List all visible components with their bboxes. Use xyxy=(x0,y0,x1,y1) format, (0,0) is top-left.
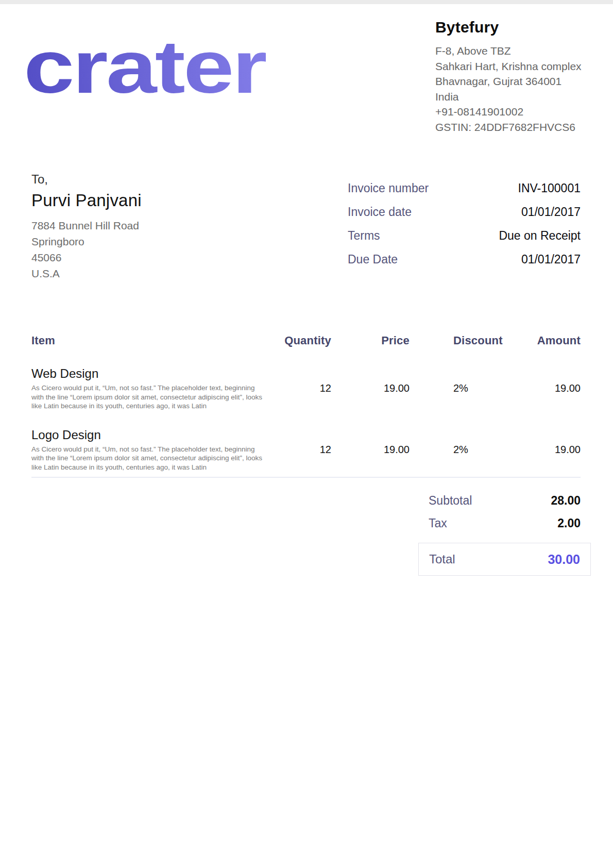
header-quantity: Quantity xyxy=(268,334,331,352)
company-gstin: GSTIN: 24DDF7682FHVCS6 xyxy=(435,120,605,135)
customer-address-line: 45066 xyxy=(31,249,142,265)
grand-total-box: Total 30.00 xyxy=(418,543,591,576)
item-price: 19.00 xyxy=(331,366,410,411)
item-quantity: 12 xyxy=(268,427,331,472)
crater-logo-wordmark: crater xyxy=(24,30,266,107)
item-name: Web Design xyxy=(31,366,268,381)
invoice-date-row: Invoice date 01/01/2017 xyxy=(348,205,581,229)
subtotal-row: Subtotal 28.00 xyxy=(418,494,591,509)
terms-row: Terms Due on Receipt xyxy=(348,229,581,253)
company-phone: +91-08141901002 xyxy=(435,104,605,120)
subtotal-value: 28.00 xyxy=(551,494,581,508)
totals-section: Subtotal 28.00 Tax 2.00 Total 30.00 xyxy=(418,494,591,576)
company-address-line: Bhavnagar, Gujrat 364001 xyxy=(435,74,605,89)
invoice-number-row: Invoice number INV-100001 xyxy=(348,181,581,205)
item-discount: 2% xyxy=(453,366,513,411)
item-quantity: 12 xyxy=(268,366,331,411)
customer-address-line: Springboro xyxy=(31,233,142,249)
customer-name: Purvi Panjvani xyxy=(31,191,142,210)
header-price: Price xyxy=(331,334,410,352)
items-table-header: Item Quantity Price Discount Amount xyxy=(31,334,581,352)
due-date-value: 01/01/2017 xyxy=(521,253,581,266)
invoice-number-value: INV-100001 xyxy=(518,181,581,195)
items-table: Item Quantity Price Discount Amount Web … xyxy=(31,334,581,478)
company-info: Bytefury F-8, Above TBZ Sahkari Hart, Kr… xyxy=(435,19,605,135)
item-price: 19.00 xyxy=(331,427,410,472)
item-description: As Cicero would put it, “Um, not so fast… xyxy=(31,445,263,472)
customer-address-line: 7884 Bunnel Hill Road xyxy=(31,218,142,233)
tax-label: Tax xyxy=(429,516,447,530)
header-discount: Discount xyxy=(453,334,513,352)
item-amount: 19.00 xyxy=(513,366,581,411)
company-address-line: Sahkari Hart, Krishna complex xyxy=(435,59,605,74)
due-date-label: Due Date xyxy=(348,253,398,266)
crater-logo: crater xyxy=(24,30,266,109)
tax-value: 2.00 xyxy=(557,516,581,530)
grand-total-value: 30.00 xyxy=(548,552,580,567)
customer-address-line: U.S.A xyxy=(31,265,142,281)
item-discount: 2% xyxy=(453,427,513,472)
item-row: Web Design As Cicero would put it, “Um, … xyxy=(31,366,581,411)
table-bottom-divider xyxy=(31,477,581,478)
terms-label: Terms xyxy=(348,229,380,243)
invoice-meta: Invoice number INV-100001 Invoice date 0… xyxy=(348,181,581,276)
customer-address: 7884 Bunnel Hill Road Springboro 45066 U… xyxy=(31,218,142,281)
company-name: Bytefury xyxy=(435,19,605,36)
invoice-date-value: 01/01/2017 xyxy=(521,205,581,219)
item-row: Logo Design As Cicero would put it, “Um,… xyxy=(31,427,581,472)
header-amount: Amount xyxy=(513,334,581,352)
invoice-date-label: Invoice date xyxy=(348,205,412,219)
terms-value: Due on Receipt xyxy=(499,229,581,243)
header-item: Item xyxy=(31,334,268,352)
logo-text: crater xyxy=(24,30,266,107)
company-address: F-8, Above TBZ Sahkari Hart, Krishna com… xyxy=(435,43,605,135)
invoice-number-label: Invoice number xyxy=(348,181,429,195)
item-amount: 19.00 xyxy=(513,427,581,472)
bill-to-section: To, Purvi Panjvani 7884 Bunnel Hill Road… xyxy=(31,172,142,281)
item-name: Logo Design xyxy=(31,427,268,443)
bill-to-label: To, xyxy=(31,172,142,187)
item-description: As Cicero would put it, “Um, not so fast… xyxy=(31,383,263,411)
tax-row: Tax 2.00 xyxy=(418,516,591,531)
page-top-divider xyxy=(0,0,613,4)
company-address-line: F-8, Above TBZ xyxy=(435,43,605,59)
subtotal-label: Subtotal xyxy=(429,494,472,508)
due-date-row: Due Date 01/01/2017 xyxy=(348,253,581,276)
company-address-line: India xyxy=(435,89,605,105)
grand-total-label: Total xyxy=(429,552,455,566)
